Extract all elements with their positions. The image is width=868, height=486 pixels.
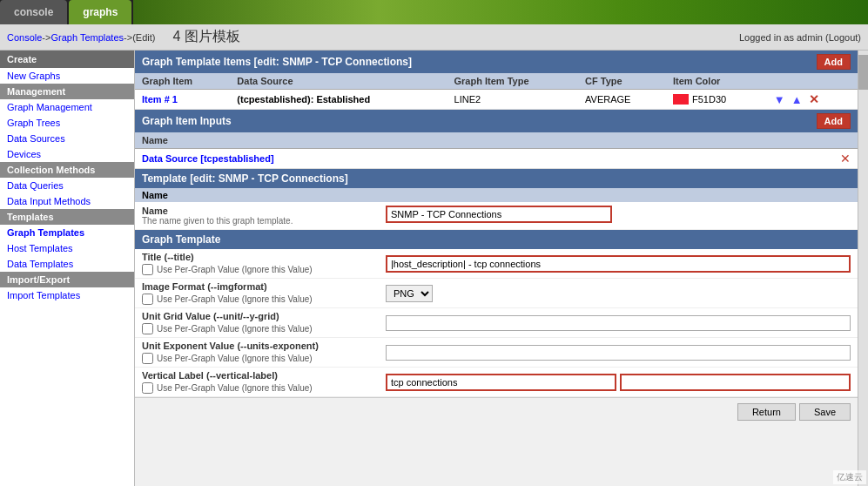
scrollbar[interactable] — [858, 51, 868, 486]
input-row-name[interactable]: Data Source [tcpestablished] — [135, 149, 754, 169]
gt-vertical-label-checkbox[interactable] — [142, 382, 153, 394]
gt-vertical-label-label: Vertical Label (--vertical-label) — [142, 370, 278, 381]
gt-unit-grid-row: Unit Grid Value (--unit/--y-grid) Use Pe… — [135, 308, 858, 338]
breadcrumb-edit: (Edit) — [132, 32, 155, 43]
gt-title-label: Title (--title) — [142, 252, 194, 262]
row-cf-type: AVERAGE — [578, 90, 666, 110]
gt-unit-grid-checkbox[interactable] — [142, 323, 153, 334]
sidebar-item-new-graphs[interactable]: New Graphs — [0, 68, 134, 84]
sidebar-item-data-templates[interactable]: Data Templates — [0, 256, 134, 272]
template-section-header: Template [edit: SNMP - TCP Connections] — [135, 169, 858, 188]
bottom-bar: Return Save — [135, 397, 858, 426]
gt-image-format-row: Image Format (--imgformat) Use Per-Graph… — [135, 279, 858, 308]
row-graph-item-type: LINE2 — [447, 90, 579, 110]
graphs-tab[interactable]: graphs — [69, 0, 131, 24]
gt-vertical-label-input[interactable] — [386, 374, 616, 391]
delete-row-icon[interactable]: ✕ — [809, 92, 819, 106]
col-data-source: Data Source — [230, 73, 447, 90]
move-down-icon[interactable]: ▼ — [774, 93, 785, 106]
breadcrumb-graph-templates[interactable]: Graph Templates — [50, 32, 124, 43]
gt-image-format-checkbox-label: Use Per-Graph Value (Ignore this Value) — [157, 294, 313, 304]
sidebar-create-header: Create — [0, 51, 134, 68]
color-swatch — [673, 94, 689, 105]
return-button[interactable]: Return — [737, 403, 796, 421]
sidebar-item-host-templates[interactable]: Host Templates — [0, 240, 134, 256]
gt-image-format-checkbox[interactable] — [142, 294, 153, 305]
col-actions2 — [754, 132, 858, 149]
template-name-desc: The name given to this graph template. — [142, 216, 386, 226]
delete-input-icon[interactable]: ✕ — [840, 152, 851, 165]
save-button[interactable]: Save — [799, 403, 851, 421]
sidebar-item-graph-templates[interactable]: Graph Templates — [0, 225, 134, 240]
gt-image-format-label: Image Format (--imgformat) — [142, 281, 267, 292]
gt-unit-exponent-checkbox-label: Use Per-Graph Value (Ignore this Value) — [157, 354, 313, 363]
sidebar-management-header: Management — [0, 84, 134, 99]
col-graph-item: Graph Item — [135, 73, 230, 90]
col-actions — [765, 73, 858, 90]
table-row: Data Source [tcpestablished] ✕ — [135, 149, 858, 169]
gt-vertical-label-row: Vertical Label (--vertical-label) Use Pe… — [135, 368, 858, 397]
sidebar-item-data-input-methods[interactable]: Data Input Methods — [0, 193, 134, 209]
gt-unit-exponent-input[interactable] — [386, 345, 851, 361]
col-item-color: Item Color — [666, 73, 765, 90]
sidebar-item-graph-management[interactable]: Graph Management — [0, 99, 134, 115]
sidebar-item-graph-trees[interactable]: Graph Trees — [0, 115, 134, 131]
sidebar-item-import-templates[interactable]: Import Templates — [0, 287, 134, 303]
gt-vertical-label-checkbox-label: Use Per-Graph Value (Ignore this Value) — [157, 383, 313, 393]
console-tab[interactable]: console — [0, 0, 67, 24]
gt-unit-exponent-checkbox[interactable] — [142, 353, 153, 364]
graph-item-inputs-add-button[interactable]: Add — [817, 113, 851, 129]
gt-vertical-label-extra-input[interactable] — [620, 374, 851, 391]
sidebar-item-data-queries[interactable]: Data Queries — [0, 178, 134, 193]
gt-unit-grid-checkbox-label: Use Per-Graph Value (Ignore this Value) — [157, 324, 313, 334]
template-name-label: Name — [142, 206, 386, 216]
color-value: F51D30 — [692, 94, 726, 105]
graph-template-items-add-button[interactable]: Add — [817, 54, 851, 70]
gt-image-format-select[interactable]: PNG GIF SVG — [386, 285, 433, 302]
row-data-source: (tcpestablished): Established — [230, 90, 447, 110]
template-name-row: Name The name given to this graph templa… — [135, 202, 858, 230]
col-cf-type: CF Type — [578, 73, 666, 90]
login-info: Logged in as admin (Logout) — [739, 32, 861, 43]
table-row: Item # 1 (tcpestablished): Established L… — [135, 90, 858, 110]
input-row-delete[interactable]: ✕ — [754, 149, 858, 169]
col-graph-item-type: Graph Item Type — [447, 73, 579, 90]
graph-item-inputs-header: Graph Item Inputs Add — [135, 110, 858, 132]
page-title-cn: 4 图片模板 — [172, 28, 239, 46]
watermark: 亿速云 — [833, 470, 866, 484]
sidebar-item-devices[interactable]: Devices — [0, 146, 134, 162]
gt-unit-exponent-row: Unit Exponent Value (--units-exponent) U… — [135, 338, 858, 368]
template-name-input[interactable] — [386, 206, 612, 223]
col-name: Name — [135, 132, 754, 149]
breadcrumb-sep2: -> — [124, 32, 132, 43]
scrollbar-thumb[interactable] — [858, 55, 868, 90]
breadcrumb-sep1: -> — [42, 32, 50, 43]
sidebar-collection-methods-header: Collection Methods — [0, 162, 134, 178]
gt-unit-exponent-label: Unit Exponent Value (--units-exponent) — [142, 341, 319, 351]
row-actions: ▼ ▲ ✕ — [765, 90, 858, 110]
sidebar-item-data-sources[interactable]: Data Sources — [0, 131, 134, 146]
row-item-color: F51D30 — [666, 90, 765, 110]
graph-template-items-header: Graph Template Items [edit: SNMP - TCP C… — [135, 51, 858, 73]
gt-unit-grid-input[interactable] — [386, 315, 851, 331]
sidebar-import-export-header: Import/Export — [0, 272, 134, 287]
sidebar-templates-header: Templates — [0, 209, 134, 225]
gt-title-checkbox-label: Use Per-Graph Value (Ignore this Value) — [157, 265, 313, 274]
gt-title-input[interactable] — [386, 255, 851, 273]
gt-unit-grid-label: Unit Grid Value (--unit/--y-grid) — [142, 311, 279, 321]
row-graph-item[interactable]: Item # 1 — [135, 90, 230, 110]
breadcrumb-console[interactable]: Console — [7, 32, 42, 43]
move-up-icon[interactable]: ▲ — [791, 93, 803, 106]
template-name-col-header: Name — [135, 188, 858, 202]
graph-template-section-header: Graph Template — [135, 230, 858, 249]
gt-title-checkbox[interactable] — [142, 264, 153, 275]
gt-title-row: Title (--title) Use Per-Graph Value (Ign… — [135, 249, 858, 279]
